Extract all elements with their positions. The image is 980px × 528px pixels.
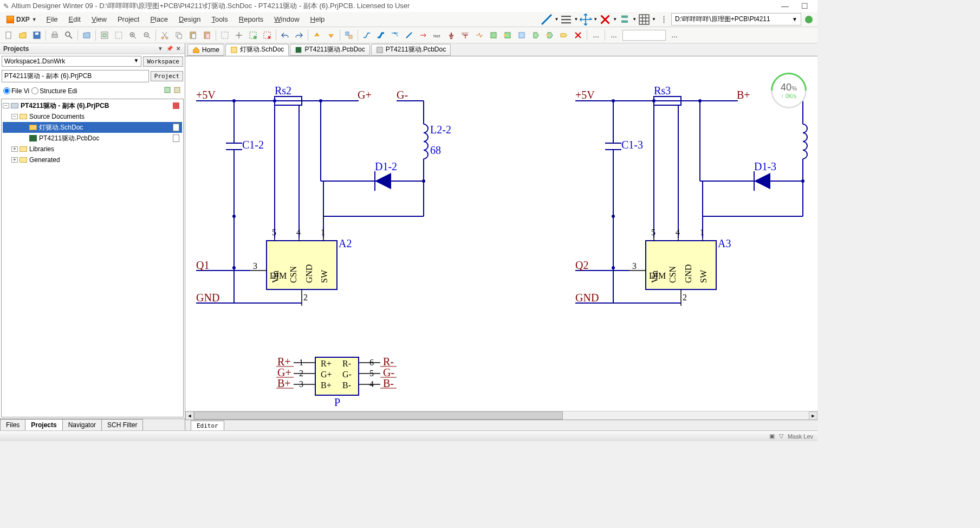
menu-window[interactable]: Window [269, 13, 304, 25]
menu-view[interactable]: View [86, 13, 112, 25]
tab-pcbdoc-2[interactable]: PT4211驱动.PcbDoc [371, 44, 451, 56]
place-harness-button[interactable] [417, 29, 430, 42]
svg-text:SW: SW [699, 269, 708, 283]
save-button[interactable] [30, 29, 43, 42]
toolbar-more-2[interactable]: … [607, 29, 620, 42]
tree-schdoc[interactable]: 灯驱动.SchDoc [3, 122, 182, 133]
draw-line-tool[interactable] [540, 14, 553, 25]
copy-button[interactable] [172, 29, 185, 42]
place-device-sheet-button[interactable] [515, 29, 528, 42]
menu-reports[interactable]: Reports [233, 13, 269, 25]
place-no-erc-button[interactable] [572, 29, 585, 42]
panel-tool-icon[interactable] [163, 86, 172, 96]
rubber-stamp-button[interactable] [200, 29, 213, 42]
tree-libraries[interactable]: + Libraries [3, 144, 182, 154]
svg-text:B+: B+ [737, 89, 750, 101]
project-tree[interactable]: − PT4211驱动 - 副本 (6).PrjPCB − Source Docu… [1, 99, 184, 417]
workspace-button[interactable]: Workspace [143, 56, 183, 67]
place-bus-button[interactable] [374, 29, 387, 42]
clear-select-button[interactable] [261, 29, 274, 42]
place-vcc-button[interactable]: VCC [459, 29, 472, 42]
menu-project[interactable]: Project [112, 13, 145, 25]
maximize-button[interactable]: ☐ [795, 2, 814, 10]
project-button[interactable]: Project [151, 71, 183, 81]
open-doc-button[interactable] [80, 29, 93, 42]
go-button[interactable] [802, 14, 815, 25]
menu-file[interactable]: File [41, 13, 63, 25]
tree-project-root[interactable]: − PT4211驱动 - 副本 (6).PrjPCB [3, 100, 182, 111]
place-gnd-button[interactable] [445, 29, 458, 42]
panel-menu-icon[interactable]: ▼ [157, 46, 164, 51]
zoom-fit-button[interactable] [98, 29, 111, 42]
new-button[interactable] [2, 29, 15, 42]
horizontal-scrollbar[interactable]: ◄ ► [185, 411, 817, 420]
scroll-left-icon[interactable]: ◄ [185, 411, 194, 420]
tab-sch-filter[interactable]: SCH Filter [101, 419, 143, 430]
menu-help[interactable]: Help [305, 13, 330, 25]
place-port-button[interactable] [557, 29, 570, 42]
place-signal-harness-button[interactable] [388, 29, 401, 42]
tree-pcbdoc[interactable]: PT4211驱动.PcbDoc [3, 133, 182, 144]
scroll-right-icon[interactable]: ► [809, 411, 817, 420]
place-bus-entry-button[interactable] [403, 29, 416, 42]
project-field[interactable]: PT4211驱动 - 副本 (6).PrjPCB [2, 70, 149, 82]
minimize-button[interactable]: — [775, 2, 795, 10]
doc-icon [172, 134, 180, 142]
menu-tools[interactable]: Tools [206, 13, 233, 25]
open-button[interactable] [16, 29, 29, 42]
place-sheet-symbol-button[interactable] [487, 29, 500, 42]
cross-probe-button[interactable] [342, 29, 355, 42]
zoom-in-button[interactable] [126, 29, 139, 42]
place-wire-button[interactable] [360, 29, 373, 42]
print-button[interactable] [48, 29, 61, 42]
menu-edit[interactable]: Edit [63, 13, 86, 25]
place-sheet-entry-button[interactable] [501, 29, 514, 42]
cross-tool[interactable] [599, 14, 612, 25]
panel-tool-icon[interactable] [173, 86, 181, 96]
panel-close-icon[interactable]: ✕ [175, 46, 181, 51]
redo-button[interactable] [293, 29, 306, 42]
cut-button[interactable] [158, 29, 171, 42]
place-harness-connector-button[interactable] [529, 29, 542, 42]
radio-structure-edit[interactable]: Structure Edi [31, 87, 77, 95]
hierarchy-up-button[interactable] [310, 29, 323, 42]
place-netlabel-button[interactable]: Net [431, 29, 444, 42]
tab-navigator[interactable]: Navigator [62, 419, 102, 430]
tab-pcbdoc-1[interactable]: PT4211驱动.PcbDoc [290, 44, 369, 56]
toolbar-more-1[interactable]: … [589, 29, 602, 42]
tree-generated[interactable]: + Generated [3, 154, 182, 165]
hierarchy-down-button[interactable] [324, 29, 338, 42]
place-part-button[interactable] [473, 29, 486, 42]
filter-tool[interactable] [618, 14, 631, 25]
tab-editor[interactable]: Editor [191, 421, 224, 430]
preview-button[interactable] [62, 29, 75, 42]
radio-file-view[interactable]: File Vi [3, 87, 29, 95]
zoom-area-button[interactable] [112, 29, 125, 42]
move-cursor-button[interactable] [232, 29, 245, 42]
paste-button[interactable] [186, 29, 199, 42]
place-harness-entry-button[interactable] [543, 29, 556, 42]
tab-schdoc[interactable]: 灯驱动.SchDoc [225, 44, 289, 56]
schematic-canvas[interactable]: +5V Rs2 G+ G- [185, 56, 817, 411]
menu-design[interactable]: Design [173, 13, 206, 25]
deselect-button[interactable] [246, 29, 259, 42]
toolbar-combo[interactable] [622, 30, 666, 41]
select-rect-button[interactable] [218, 29, 231, 42]
align-tool[interactable] [560, 14, 573, 25]
tab-projects[interactable]: Projects [25, 419, 62, 430]
path-combo[interactable]: D:\咩咩咩咩\原理图+PCB\Pt4211 ▼ [671, 13, 801, 25]
workspace-combo[interactable]: Workspace1.DsnWrk ▼ [2, 56, 141, 67]
scroll-thumb[interactable] [194, 411, 563, 420]
tab-home[interactable]: Home [187, 44, 224, 56]
filter-icon[interactable]: ▽ [779, 433, 783, 440]
move-tool[interactable] [579, 14, 592, 25]
panel-pin-icon[interactable]: 📌 [165, 46, 174, 51]
tab-files[interactable]: Files [0, 419, 25, 430]
tree-source-documents[interactable]: − Source Documents [3, 111, 182, 122]
menu-place[interactable]: Place [145, 13, 173, 25]
toolbar-more-3[interactable]: … [668, 29, 681, 42]
dxp-menu[interactable]: DXP ▼ [2, 14, 41, 25]
zoom-out-button[interactable] [140, 29, 153, 42]
undo-button[interactable] [278, 29, 291, 42]
grid-tool[interactable] [638, 14, 651, 25]
